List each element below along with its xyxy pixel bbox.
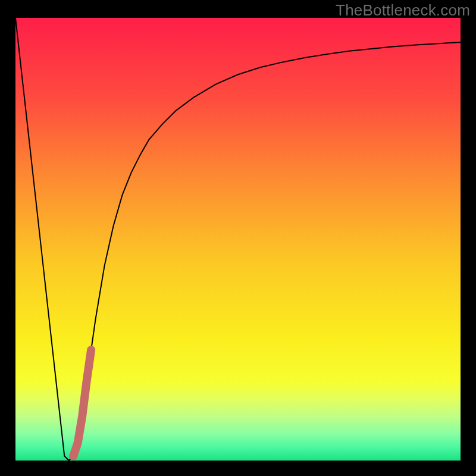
chart-frame: TheBottleneck.com bbox=[0, 0, 476, 476]
watermark-text: TheBottleneck.com bbox=[336, 1, 470, 20]
chart-plot-area bbox=[15, 18, 461, 461]
chart-svg bbox=[15, 18, 461, 461]
